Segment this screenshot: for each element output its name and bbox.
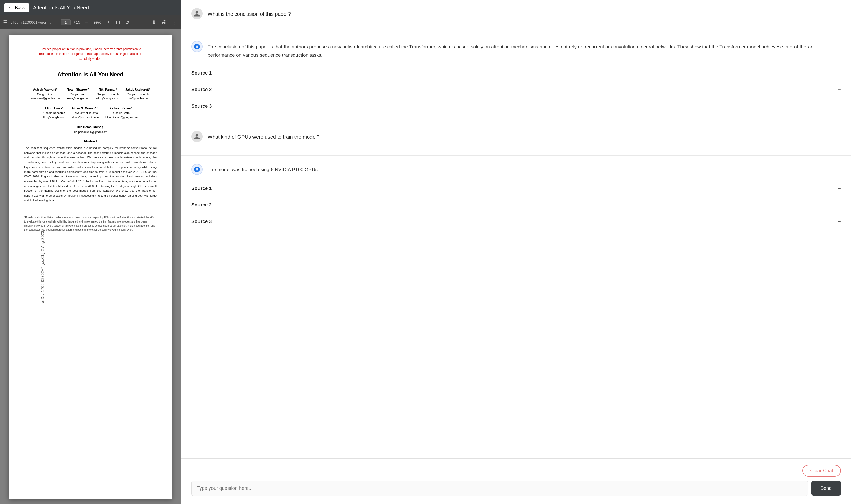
author-email: usz@google.com bbox=[125, 96, 150, 101]
pdf-title: Attention Is All You Need bbox=[33, 5, 89, 11]
source-expand-icon: + bbox=[837, 218, 841, 225]
author-name: Jakob Uszkoreit* bbox=[125, 87, 150, 92]
pdf-panel: ← Back Attention Is All You Need ☰ cll0u… bbox=[0, 0, 181, 504]
arxiv-watermark: arXiv:1706.03762v7 [cs.CL] 2 Aug 2023 bbox=[40, 231, 45, 303]
user-avatar-2 bbox=[191, 131, 203, 142]
source-label: Source 1 bbox=[191, 186, 212, 191]
source-expand-icon: + bbox=[837, 69, 841, 76]
clear-chat-button[interactable]: Clear Chat bbox=[802, 465, 841, 476]
source-label: Source 3 bbox=[191, 219, 212, 224]
pdf-footnote: *Equal contribution. Listing order is ra… bbox=[24, 213, 157, 232]
paper-title: Attention Is All You Need bbox=[24, 71, 157, 78]
send-button[interactable]: Send bbox=[811, 481, 841, 496]
source-expand-icon: + bbox=[837, 185, 841, 192]
bot-answer-1: The conclusion of this paper is that the… bbox=[208, 41, 841, 59]
author-affiliation: Google Research bbox=[43, 111, 65, 115]
author-email: illia.polosukhin@gmail.com bbox=[73, 130, 107, 134]
menu-icon[interactable]: ☰ bbox=[3, 19, 7, 25]
page-number-input[interactable] bbox=[60, 19, 71, 25]
author-email: llion@google.com bbox=[43, 115, 65, 120]
chat-panel: What is the conclusion of this paper? Th… bbox=[181, 0, 851, 504]
author-name: Llion Jones* bbox=[43, 106, 65, 111]
source-item-2-2[interactable]: Source 2 + bbox=[191, 197, 841, 213]
author-name: Aidan N. Gomez* † bbox=[71, 106, 99, 111]
clear-chat-row: Clear Chat bbox=[191, 465, 841, 476]
chat-input-row: Send bbox=[191, 481, 841, 496]
chat-block-q2: What kind of GPUs were used to train the… bbox=[181, 123, 851, 156]
chat-messages: What is the conclusion of this paper? Th… bbox=[181, 0, 851, 458]
abstract-text: The dominant sequence transduction model… bbox=[24, 146, 157, 203]
author-name: Ashish Vaswani* bbox=[31, 87, 60, 92]
user-message-row-1: What is the conclusion of this paper? bbox=[191, 8, 841, 19]
print-button[interactable]: 🖨 bbox=[160, 18, 168, 26]
source-item-2-1[interactable]: Source 1 + bbox=[191, 180, 841, 197]
pdf-content: arXiv:1706.03762v7 [cs.CL] 2 Aug 2023 Pr… bbox=[0, 30, 181, 504]
author-name: Illia Polosukhin* ‡ bbox=[73, 125, 107, 130]
pdf-filename: cll0uml1200001iwncno9... bbox=[11, 20, 51, 24]
abstract-title: Abstract bbox=[24, 139, 157, 143]
chat-block-a1: The conclusion of this paper is that the… bbox=[181, 33, 851, 123]
user-avatar-1 bbox=[191, 8, 203, 19]
author-email: nikip@google.com bbox=[96, 96, 119, 101]
bot-message-row-1: The conclusion of this paper is that the… bbox=[191, 41, 841, 59]
source-label: Source 2 bbox=[191, 87, 212, 92]
pdf-topbar: ← Back Attention Is All You Need bbox=[0, 0, 181, 15]
author-name: Noam Shazeer* bbox=[66, 87, 90, 92]
source-expand-icon: + bbox=[837, 103, 841, 110]
chat-footer: Clear Chat Send bbox=[181, 458, 851, 504]
author-email: noam@google.com bbox=[66, 96, 90, 101]
authors-section: Ashish Vaswani* Google Brain avaswani@go… bbox=[24, 87, 157, 101]
source-item-2-3[interactable]: Source 3 + bbox=[191, 213, 841, 230]
authors-section-2: Llion Jones* Google Research llion@googl… bbox=[24, 106, 157, 120]
source-label: Source 2 bbox=[191, 202, 212, 208]
author-email: lukaszkaiser@google.com bbox=[105, 115, 138, 120]
download-button[interactable]: ⬇ bbox=[151, 18, 157, 26]
user-message-row-2: What kind of GPUs were used to train the… bbox=[191, 131, 841, 142]
bot-avatar-1 bbox=[191, 41, 203, 52]
source-label: Source 3 bbox=[191, 103, 212, 109]
top-divider bbox=[24, 67, 157, 67]
author-email: avaswani@google.com bbox=[31, 96, 60, 101]
chat-block-q1: What is the conclusion of this paper? bbox=[181, 0, 851, 33]
author-gomez: Aidan N. Gomez* † University of Toronto … bbox=[71, 106, 99, 120]
author-affiliation: Google Research bbox=[96, 92, 119, 97]
permission-notice: Provided proper attribution is provided,… bbox=[24, 47, 157, 61]
bot-avatar-2 bbox=[191, 164, 203, 175]
zoom-percent: 99% bbox=[92, 20, 103, 24]
author-jones: Llion Jones* Google Research llion@googl… bbox=[43, 106, 65, 120]
zoom-out-button[interactable]: − bbox=[83, 19, 89, 26]
rotate-button[interactable]: ↺ bbox=[124, 18, 131, 26]
more-options-button[interactable]: ⋮ bbox=[171, 18, 178, 26]
toolbar-separator: | bbox=[55, 20, 56, 25]
user-question-1: What is the conclusion of this paper? bbox=[208, 8, 291, 18]
author-parmar: Niki Parmar* Google Research nikip@googl… bbox=[96, 87, 119, 101]
source-expand-icon: + bbox=[837, 86, 841, 93]
bot-answer-2: The model was trained using 8 NVIDIA P10… bbox=[208, 164, 319, 174]
pdf-toolbar: ☰ cll0uml1200001iwncno9... | / 15 − 99% … bbox=[0, 15, 181, 30]
bot-message-row-2: The model was trained using 8 NVIDIA P10… bbox=[191, 164, 841, 175]
back-label: Back bbox=[15, 5, 25, 11]
authors-section-3: Illia Polosukhin* ‡ illia.polosukhin@gma… bbox=[24, 125, 157, 134]
back-arrow-icon: ← bbox=[8, 5, 13, 11]
source-label: Source 1 bbox=[191, 70, 212, 76]
abstract-section: Abstract The dominant sequence transduct… bbox=[24, 139, 157, 203]
back-button[interactable]: ← Back bbox=[4, 3, 29, 13]
source-item-1-1[interactable]: Source 1 + bbox=[191, 65, 841, 81]
page-total: / 15 bbox=[74, 20, 80, 24]
author-affiliation: Google Brain bbox=[66, 92, 90, 97]
title-divider bbox=[24, 81, 157, 81]
source-item-1-3[interactable]: Source 3 + bbox=[191, 98, 841, 114]
zoom-in-button[interactable]: + bbox=[106, 19, 112, 26]
chat-block-a2: The model was trained using 8 NVIDIA P10… bbox=[181, 156, 851, 238]
author-email: aidan@cs.toronto.edu bbox=[71, 115, 99, 120]
source-accordion-2: Source 1 + Source 2 + Source 3 + bbox=[191, 180, 841, 230]
author-name: Niki Parmar* bbox=[96, 87, 119, 92]
fit-page-button[interactable]: ⊡ bbox=[115, 18, 121, 26]
source-item-1-2[interactable]: Source 2 + bbox=[191, 81, 841, 98]
author-affiliation: Google Brain bbox=[31, 92, 60, 97]
author-polosukhin: Illia Polosukhin* ‡ illia.polosukhin@gma… bbox=[73, 125, 107, 134]
source-expand-icon: + bbox=[837, 201, 841, 209]
chat-input[interactable] bbox=[191, 481, 808, 496]
author-shazeer: Noam Shazeer* Google Brain noam@google.c… bbox=[66, 87, 90, 101]
pdf-page: arXiv:1706.03762v7 [cs.CL] 2 Aug 2023 Pr… bbox=[9, 35, 172, 499]
